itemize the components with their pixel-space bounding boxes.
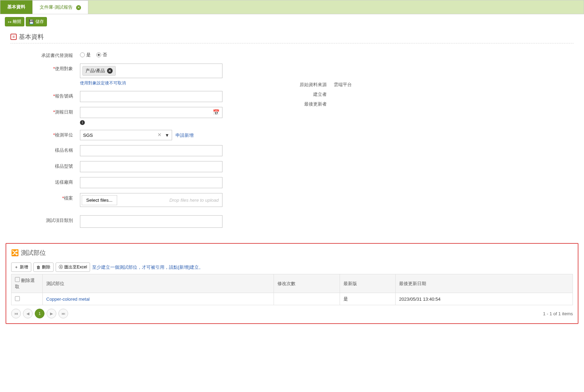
report-no-input[interactable] [80,91,222,102]
add-label: 新增 [20,264,28,270]
usage-tag: 产品/產品 ✕ [82,66,116,76]
pager-page-1[interactable]: 1 [35,309,44,318]
pager-last-button[interactable]: ⏭ [58,309,68,318]
tab-test-report-label: 文件庫-測試報告 [40,5,73,10]
creator-label: 建立者 [275,91,334,98]
commitment-yes-text: 是 [86,52,91,58]
sample-model-label: 樣品型號 [10,161,80,169]
grid-hint: 至少建立一個測試部位，才可被引用，請點[新增]建立。 [92,264,203,270]
tab-test-report[interactable]: 文件庫-測試報告 ✕ [32,0,88,14]
add-button[interactable]: ＋ 新增 [11,262,31,272]
col-part-header: 測試部位 [43,274,274,293]
vendor-input[interactable] [80,177,222,188]
test-category-label: 測試項目類別 [10,215,80,224]
section-basic-title-text: 基本資料 [19,33,44,41]
sample-model-input[interactable] [80,161,222,172]
save-icon: 💾 [29,19,34,24]
divider [10,43,574,43]
updater-label: 最後更新者 [275,101,334,107]
exit-icon: ↦ [8,19,11,24]
test-part-grid: 刪除選取 測試部位 修改次數 最新版 最後更新日期 Copper-colored… [11,274,573,305]
pager-first-button[interactable]: ⏮ [11,309,21,318]
report-date-label: *測報日期 [10,107,80,115]
tab-basic-info[interactable]: 基本資料 [0,0,33,14]
section-basic-title: ≡ 基本資料 [10,33,574,41]
commitment-no-radio[interactable]: 否 [96,52,107,58]
leave-button[interactable]: ↦ 離開 [5,17,24,26]
select-all-checkbox[interactable] [15,277,20,282]
save-label: 儲存 [35,19,44,25]
col-select-header: 刪除選取 [11,274,43,293]
test-org-label: *檢測單位 [10,130,80,138]
plus-icon: ＋ [14,264,18,270]
file-drop-hint: Drop files here to upload [169,198,219,203]
test-category-input[interactable] [80,215,222,228]
part-link[interactable]: Copper-colored metal [46,297,90,302]
section-test-part-title: 🔀 測試部位 [11,249,573,257]
clear-icon[interactable]: ✕ [157,132,162,137]
section-test-part-title-text: 測試部位 [21,249,46,257]
delete-button[interactable]: 🗑 刪除 [33,262,54,272]
row-updated: 2023/05/31 13:40:54 [396,293,573,305]
commitment-yes-radio[interactable]: 是 [80,52,91,58]
pager-prev-button[interactable]: ◀ [23,309,33,318]
save-button[interactable]: 💾 儲存 [26,17,47,26]
info-icon[interactable]: i [80,120,85,125]
pager-next-button[interactable]: ▶ [47,309,56,318]
radio-checked-icon [96,52,101,57]
row-checkbox[interactable] [15,296,20,301]
select-files-button[interactable]: Select files... [82,195,117,205]
export-label: 匯出至Excel [64,264,87,270]
tabs-bar: 基本資料 文件庫-測試報告 ✕ [0,0,584,14]
usage-label: *使用對象 [10,64,80,72]
row-latest: 是 [340,293,396,305]
vendor-label: 送樣廠商 [10,177,80,185]
action-toolbar: ↦ 離開 💾 儲存 [0,14,584,29]
export-excel-button[interactable]: ⓧ 匯出至Excel [56,262,90,272]
usage-tag-text: 产品/產品 [86,68,105,74]
commitment-no-text: 否 [103,52,107,58]
report-no-label: *報告號碼 [10,91,80,99]
col-modcount-header: 修改次數 [274,274,340,293]
leave-label: 離開 [13,19,21,25]
report-date-input[interactable] [80,107,222,118]
file-label: *檔案 [10,193,80,201]
radio-icon [80,52,85,57]
col-latest-header: 最新版 [340,274,396,293]
table-row: Copper-colored metal 是 2023/05/31 13:40:… [11,293,573,305]
test-part-section: 🔀 測試部位 ＋ 新增 🗑 刪除 ⓧ 匯出至Excel 至少建立一個測試部位，才… [6,243,578,324]
col-updated-header: 最後更新日期 [396,274,573,293]
source-label: 原始資料來源 [275,82,334,88]
sample-name-input[interactable] [80,145,222,156]
chevron-down-icon[interactable]: ▼ [165,133,169,138]
usage-tag-input[interactable]: 产品/產品 ✕ [80,64,222,78]
source-value: 雲端平台 [334,82,352,88]
list-icon: ≡ [10,34,17,40]
close-icon[interactable]: ✕ [76,5,81,10]
test-org-combo[interactable]: ✕ ▼ [80,130,172,140]
sample-name-label: 樣品名稱 [10,145,80,153]
row-modcount [274,293,340,305]
trash-icon: 🗑 [36,265,41,270]
calendar-icon[interactable]: 📅 [213,109,220,116]
tree-icon: 🔀 [11,249,19,257]
file-dropzone[interactable]: Select files... Drop files here to uploa… [80,193,222,207]
apply-new-link[interactable]: 申請新增 [176,133,194,138]
remove-tag-icon[interactable]: ✕ [107,68,113,74]
excel-icon: ⓧ [59,264,63,270]
usage-help-text: 使用對象設定後不可取消 [80,80,261,86]
commitment-label: 承諾書代替測報 [10,50,80,59]
delete-label: 刪除 [42,264,50,270]
pager-info: 1 - 1 of 1 items [543,311,573,316]
